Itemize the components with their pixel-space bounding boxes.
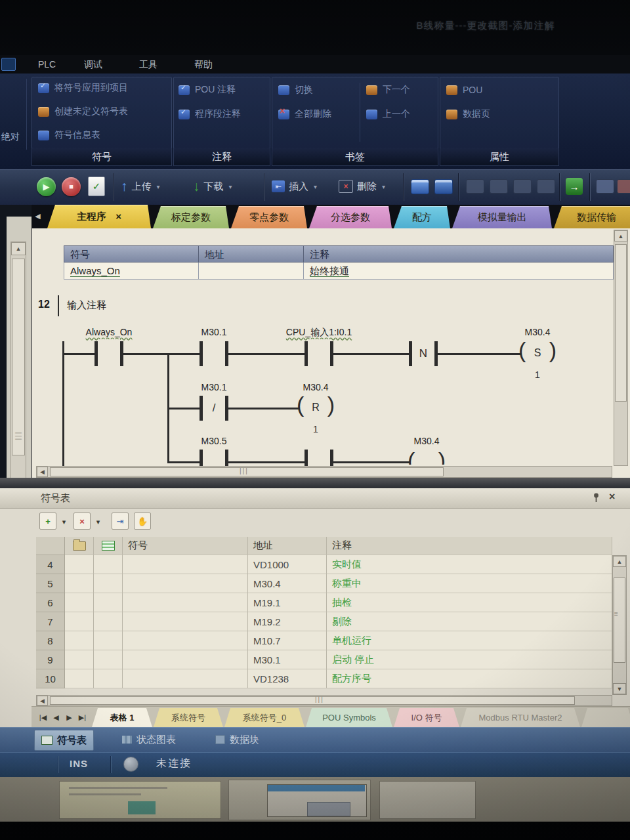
contact-always-on[interactable] [94, 339, 123, 368]
panel-splitter[interactable] [0, 478, 630, 488]
sheet-tab-table1[interactable]: 表格 1 [92, 708, 152, 727]
menu-plc[interactable]: PLC [34, 56, 60, 72]
ribbon-network-comment[interactable]: 程序段注释 [178, 107, 241, 121]
ribbon-bookmark-prev[interactable]: 上一个 [366, 107, 410, 121]
delete-symbol-button[interactable]: × [74, 513, 91, 530]
tab-zero-params[interactable]: 零点参数 [231, 206, 307, 228]
negative-edge-contact[interactable]: N [409, 339, 438, 368]
table-row[interactable]: 9 M30.1 启动 停止 [36, 650, 612, 669]
tab-sorting-params[interactable]: 分选参数 [309, 206, 392, 228]
dock-tab-symbol-table[interactable]: 符号表 [34, 730, 94, 751]
contact-m30-5[interactable] [200, 448, 228, 466]
contact-cpu-input[interactable] [304, 339, 333, 368]
toolbar-edge-button-2[interactable] [617, 176, 630, 197]
dock-tab-data-block[interactable]: 数据块 [209, 730, 266, 749]
sheet-nav-next[interactable]: ▶ [63, 710, 75, 724]
insert-button[interactable]: ⇤ 插入 ▾ [272, 176, 317, 197]
tab-calibration-params[interactable]: 标定参数 [153, 206, 229, 228]
new-symbol-caret[interactable]: ▾ [58, 514, 70, 529]
select-all-button[interactable]: ✋ [134, 513, 151, 530]
new-symbol-button[interactable]: + [39, 513, 56, 530]
tab-data-transfer[interactable]: 数据传输 [554, 206, 630, 228]
tab-close-icon[interactable]: × [116, 211, 121, 222]
sheet-tab-system-symbols[interactable]: 系统符号 [154, 708, 223, 727]
insert-dropdown-caret[interactable]: ▾ [314, 183, 317, 190]
toolbar-dim-button-3[interactable] [513, 176, 532, 197]
hscroll-left-button[interactable]: ◀ [37, 467, 48, 477]
sheet-tab-system-symbols-0[interactable]: 系统符号_0 [224, 708, 304, 727]
col-header-symbol[interactable]: 符号 [123, 537, 248, 555]
ribbon-pou-comment[interactable]: POU 注释 [178, 83, 236, 97]
tab-recipe[interactable]: 配方 [394, 206, 450, 228]
var-table-cell-symbol[interactable]: Always_On [64, 262, 198, 280]
tab-main-program[interactable]: 主程序 × [47, 205, 151, 228]
ribbon-apply-symbols[interactable]: 将符号应用到项目 [38, 81, 128, 95]
var-table-cell-comment[interactable]: 始终接通 [303, 262, 614, 280]
dock-tab-status-chart[interactable]: 状态图表 [116, 730, 182, 749]
table-row[interactable]: 10 VD1238 配方序号 [36, 669, 612, 688]
go-button[interactable]: → [566, 176, 583, 197]
app-window-icon[interactable] [1, 58, 16, 71]
insert-row-button[interactable]: ⇥ [112, 513, 129, 530]
sheet-nav-last[interactable]: ▶| [76, 710, 89, 724]
sheet-tab-clipped[interactable] [581, 708, 630, 727]
sheet-tab-modbus[interactable]: Modbus RTU Master2 [461, 708, 580, 727]
table-hscroll-left[interactable]: ◀ [37, 696, 48, 705]
contact-unlabeled[interactable] [304, 448, 333, 466]
ribbon-pou-properties[interactable]: POU [446, 83, 482, 97]
run-button[interactable]: ▶ [37, 176, 56, 197]
sheet-tab-pou-symbols[interactable]: POU Symbols [306, 708, 392, 727]
delete-symbol-caret[interactable]: ▾ [92, 514, 104, 529]
sheet-nav-first[interactable]: |◀ [37, 710, 49, 724]
col-header-comment[interactable]: 注释 [327, 537, 612, 555]
ribbon-symbol-info-table[interactable]: 符号信息表 [38, 128, 100, 142]
coil-partial[interactable]: () [408, 450, 446, 465]
ribbon-bookmark-delete-all[interactable]: 全部删除 [278, 107, 331, 121]
delete-dropdown-caret[interactable]: ▾ [382, 183, 385, 190]
toolbar-dim-button-4[interactable] [537, 176, 555, 197]
vscroll-up-button[interactable]: ▲ [614, 230, 627, 242]
menu-help[interactable]: 帮助 [190, 56, 217, 72]
window-split-button[interactable] [411, 176, 429, 197]
network-comment[interactable]: 输入注释 [67, 299, 106, 312]
table-row[interactable]: 4 VD1000 实时值 [36, 555, 612, 574]
tab-analog-output[interactable]: 模拟量输出 [452, 206, 552, 228]
window-cascade-button[interactable] [434, 176, 453, 197]
stop-button[interactable]: ■ [62, 176, 81, 197]
menu-tools[interactable]: 工具 [135, 56, 161, 72]
vscroll-thumb[interactable] [615, 244, 627, 402]
delete-button[interactable]: × 删除 ▾ [339, 176, 385, 197]
compile-button[interactable]: ✓ [88, 176, 105, 197]
ribbon-create-undefined-symbol-table[interactable]: 创建未定义符号表 [38, 104, 128, 119]
sheet-tab-io-symbols[interactable]: I/O 符号 [394, 708, 459, 727]
table-row[interactable]: 7 M19.2 剔除 [36, 612, 612, 631]
set-coil[interactable]: (S) [518, 340, 556, 369]
toolbar-dim-button-1[interactable] [466, 176, 484, 197]
ribbon-data-page[interactable]: 数据页 [446, 107, 490, 121]
col-header-address[interactable]: 地址 [248, 537, 327, 555]
table-vscroll-thumb[interactable] [614, 578, 625, 663]
contact-m30-1[interactable] [200, 339, 228, 368]
menu-debug[interactable]: 调试 [80, 56, 106, 72]
download-button[interactable]: ↓ 下载 ▾ [193, 176, 232, 197]
upload-dropdown-caret[interactable]: ▾ [157, 183, 160, 190]
pin-icon[interactable] [591, 492, 601, 505]
table-row[interactable]: 6 M19.1 抽检 [36, 593, 612, 612]
toolbar-edge-button-1[interactable] [596, 176, 614, 197]
toolbar-dim-button-2[interactable] [490, 176, 508, 197]
close-icon[interactable]: × [609, 491, 615, 503]
tabstrip-back-arrow[interactable]: ◀ [32, 209, 44, 223]
table-hscroll-thumb[interactable] [50, 696, 575, 705]
ribbon-bookmark-toggle[interactable]: 切换 [278, 83, 313, 97]
download-dropdown-caret[interactable]: ▾ [229, 183, 232, 190]
table-vscroll-down[interactable]: ▼ [613, 683, 626, 694]
var-table-cell-address[interactable] [198, 262, 303, 280]
table-row[interactable]: 5 M30.4 称重中 [36, 574, 612, 593]
table-row[interactable]: 8 M10.7 单机运行 [36, 631, 612, 650]
tree-scroll-thumb[interactable] [12, 259, 25, 455]
tree-scroll-up-button[interactable]: ▲ [11, 242, 26, 255]
reset-coil[interactable]: (R) [297, 394, 335, 423]
ribbon-item-absolute[interactable]: 绝对 [1, 130, 20, 144]
nc-contact-m30-1[interactable]: / [200, 394, 228, 423]
sheet-nav-prev[interactable]: ◀ [50, 710, 62, 724]
